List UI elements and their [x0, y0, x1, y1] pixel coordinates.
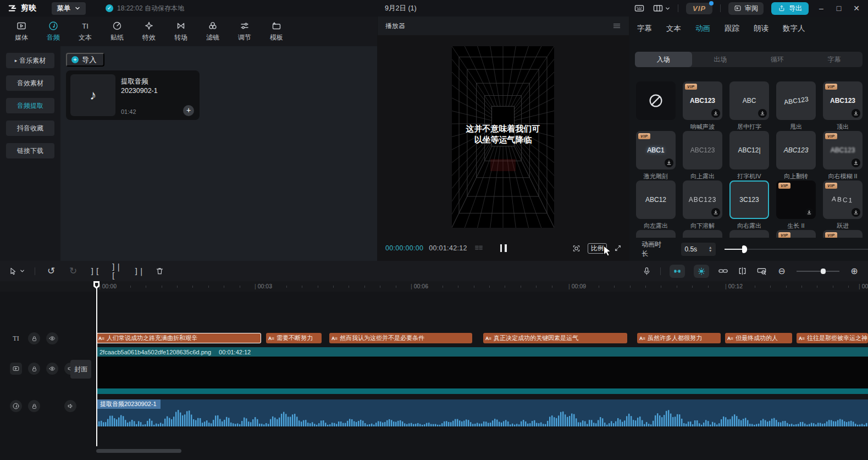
lock-icon[interactable]	[28, 363, 40, 375]
toolbar-item-2[interactable]: 音频	[44, 20, 63, 42]
text-clip-3[interactable]: A≡然而我认为这些并不是必要条件	[329, 333, 472, 343]
anim-preset-1[interactable]	[635, 81, 677, 123]
anim-preset-11[interactable]: ABC12向左露出	[635, 180, 677, 230]
sidebar-item-3[interactable]: 音频提取	[6, 98, 54, 113]
anim-preset-15[interactable]: ABC1VIP跃进	[822, 180, 864, 230]
text-clip-1[interactable]: A≡人们常说成功之路充满曲折和艰辛	[96, 333, 261, 343]
lock-icon[interactable]	[28, 332, 40, 344]
shortcut-keyboard-icon[interactable]	[634, 3, 645, 14]
anim-subtab-2[interactable]: 出场	[692, 52, 749, 67]
download-icon	[852, 208, 860, 217]
maximize-button[interactable]: □	[834, 4, 844, 13]
anim-tab-5[interactable]: 朗读	[754, 24, 769, 34]
text-clip-4[interactable]: A≡真正决定成功的关键因素是运气	[483, 333, 627, 343]
timeline-ruler[interactable]: |00:00|00:03|00:06|00:09|00:12|00:15	[0, 281, 868, 292]
audio-clip[interactable]: 提取音频20230902-1	[96, 399, 868, 426]
link-clips-icon[interactable]	[718, 266, 728, 276]
timeline-ruler-zoom-icon[interactable]	[756, 266, 767, 276]
vip-button[interactable]: VIP	[686, 3, 712, 14]
eye-icon[interactable]	[46, 363, 58, 375]
text-clip-6[interactable]: A≡但最终成功的人	[725, 333, 792, 343]
zoom-out-button[interactable]: ⊖	[776, 265, 788, 277]
zoom-slider-handle[interactable]	[821, 269, 826, 274]
anim-tab-4[interactable]: 跟踪	[725, 24, 739, 34]
duration-stepper[interactable]: ▲▼	[709, 246, 712, 253]
toolbar-item-9[interactable]: 模板	[267, 20, 286, 42]
split-keep-right-button[interactable]: ]|	[133, 265, 145, 277]
resource-toolbar: 媒体音频TI文本贴纸特效转场滤镜调节模板	[0, 17, 377, 46]
duration-slider-handle[interactable]	[742, 245, 747, 253]
anim-preset-12[interactable]: ABC123向下溶解	[682, 180, 723, 230]
import-button[interactable]: + 导入	[66, 53, 104, 67]
anim-tab-2[interactable]: 文本	[666, 24, 681, 34]
minimize-button[interactable]: –	[816, 4, 826, 13]
toolbar-item-5[interactable]: 特效	[140, 20, 158, 42]
anim-preset-8[interactable]: ABC12|打字机IV	[728, 131, 770, 180]
text-clip-7[interactable]: A≡往往是那些被幸运之神	[797, 333, 868, 343]
toolbar-item-8[interactable]: 调节	[235, 20, 254, 42]
text-clip-5[interactable]: A≡虽然许多人都很努力	[637, 333, 721, 343]
anim-subtab-3[interactable]: 循环	[749, 52, 806, 67]
split-keep-left-button[interactable]: ]|[	[111, 265, 123, 277]
toolbar-item-7[interactable]: 滤镜	[203, 20, 222, 42]
select-tool-button[interactable]	[9, 267, 25, 276]
media-panel: 媒体音频TI文本贴纸特效转场滤镜调节模板 ▸音乐素材音效素材音频提取抖音收藏链接…	[0, 17, 377, 261]
anim-preset-5[interactable]: ABC123VIP顶出	[822, 81, 864, 131]
toolbar-item-6[interactable]: 转场	[172, 20, 190, 42]
anim-preset-6[interactable]: ABC1VIP激光雕刻	[635, 131, 677, 180]
auto-highlight-toggle[interactable]	[694, 265, 709, 278]
anim-preset-4[interactable]: ABC123甩出	[775, 81, 817, 131]
toolbar-item-4[interactable]: 贴纸	[108, 20, 126, 42]
duration-value-box[interactable]: 0.5s ▲▼	[681, 243, 715, 256]
horizontal-scrollbar[interactable]	[96, 449, 181, 453]
toolbar-item-1[interactable]: 媒体	[12, 20, 31, 42]
anim-preset-2[interactable]: ABC123VIP呐喊声波	[682, 81, 723, 131]
review-button[interactable]: 审阅	[728, 2, 764, 15]
anim-preset-14[interactable]: VIP生长 II	[775, 180, 817, 230]
delete-button[interactable]	[155, 266, 164, 276]
text-clip-2[interactable]: A≡需要不断努力	[266, 333, 322, 343]
sidebar-item-4[interactable]: 抖音收藏	[6, 121, 54, 136]
timeline-zoom-slider[interactable]	[797, 268, 839, 275]
sidebar-item-5[interactable]: 链接下载	[6, 143, 54, 158]
audio-clip-card[interactable]: ♪ 提取音频 20230902-1 01:42 +	[66, 70, 200, 120]
anim-preset-10[interactable]: ABC123VIP向右模糊 II	[822, 131, 864, 180]
anim-tab-1[interactable]: 字幕	[637, 24, 652, 34]
anim-preset-9[interactable]: ABC123向上翻转	[775, 131, 817, 180]
eye-icon[interactable]	[46, 332, 58, 344]
anim-subtab-1[interactable]: 入场	[635, 52, 692, 67]
player-title: 播放器	[385, 21, 405, 31]
anim-preset-7[interactable]: ABC123向上露出	[682, 131, 723, 180]
layout-switch-button[interactable]	[653, 3, 670, 14]
toolbar-item-3[interactable]: TI文本	[76, 20, 95, 42]
anim-subtab-4[interactable]: 字幕	[806, 52, 863, 67]
record-voiceover-icon[interactable]	[642, 266, 651, 276]
export-button[interactable]: 导出	[771, 2, 809, 15]
anim-preset-13[interactable]: 3C123向右露出	[728, 180, 770, 230]
cover-button[interactable]: 封面	[70, 360, 91, 379]
focus-frame-icon[interactable]	[572, 244, 581, 253]
close-button[interactable]: ✕	[852, 4, 861, 13]
subtitle-list-icon[interactable]	[474, 243, 484, 253]
split-preview-icon[interactable]	[737, 266, 748, 276]
mute-icon[interactable]	[64, 400, 76, 412]
duration-slider[interactable]	[725, 245, 868, 253]
add-to-timeline-button[interactable]: +	[183, 105, 194, 116]
anim-preset-3[interactable]: ABC居中打字	[728, 81, 770, 131]
magnetic-snap-toggle[interactable]	[670, 265, 685, 278]
pause-button[interactable]	[500, 244, 507, 252]
zoom-in-button[interactable]: ⊕	[848, 265, 860, 277]
anim-tab-3[interactable]: 动画	[695, 24, 710, 34]
redo-button[interactable]: ↻	[67, 265, 79, 277]
sidebar-item-1[interactable]: ▸音乐素材	[6, 53, 54, 68]
video-preview[interactable]: 这并不意味着我们可 以坐等运气降临	[452, 46, 554, 228]
sidebar-item-2[interactable]: 音效素材	[6, 75, 54, 91]
undo-button[interactable]: ↺	[45, 265, 57, 277]
fullscreen-icon[interactable]	[613, 244, 622, 253]
video-clip[interactable]: 2fcaacb5a061b4a502dfe1208635c6d.png 00:0…	[96, 347, 868, 400]
menu-button[interactable]: 菜单	[52, 2, 86, 15]
player-menu-icon[interactable]	[612, 21, 621, 30]
anim-tab-6[interactable]: 数字人	[783, 24, 805, 34]
lock-icon[interactable]	[28, 400, 40, 412]
split-button[interactable]: ][	[89, 265, 101, 277]
